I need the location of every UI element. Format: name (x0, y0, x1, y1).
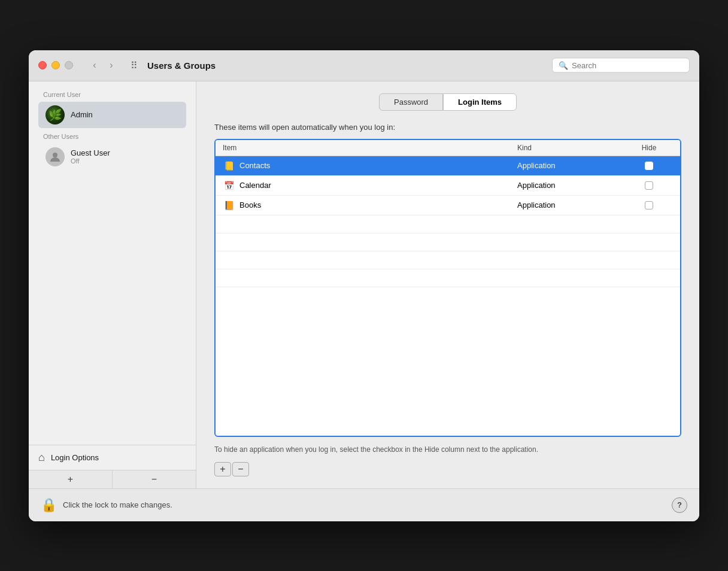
maximize-button[interactable] (65, 61, 73, 69)
col-hide: Hide (625, 144, 673, 152)
remove-item-button[interactable]: − (232, 462, 249, 476)
window-title: Users & Groups (147, 60, 216, 71)
search-bar: 🔍 (552, 58, 690, 73)
help-button[interactable]: ? (672, 497, 687, 513)
books-name: Books (239, 201, 261, 209)
titlebar: ‹ › ⠿ Users & Groups 🔍 (29, 50, 699, 81)
calendar-hide-checkbox[interactable] (645, 181, 653, 190)
table-row[interactable]: 📒 Contacts Application (216, 156, 680, 176)
sidebar-bottom: ⌂ Login Options + − (29, 445, 196, 488)
nav-buttons: ‹ › (87, 58, 119, 72)
add-user-button[interactable]: + (29, 470, 113, 488)
contacts-hide-cell (625, 162, 673, 170)
calendar-name: Calendar (239, 181, 271, 190)
lock-area[interactable]: 🔒 Click the lock to make changes. (41, 497, 172, 513)
table-row[interactable]: 📙 Books Application (216, 196, 680, 215)
login-options-label: Login Options (51, 453, 99, 462)
sidebar: Current User 🌿 Admin Other Users (29, 81, 196, 488)
main-content: Password Login Items These items will op… (196, 81, 699, 488)
books-icon: 📙 (223, 199, 235, 211)
other-users-label: Other Users (34, 133, 191, 144)
remove-user-button[interactable]: − (113, 470, 196, 488)
admin-name: Admin (71, 110, 93, 119)
table-header: Item Kind Hide (216, 140, 680, 156)
empty-row (216, 287, 680, 305)
contacts-icon: 📒 (223, 160, 235, 172)
bottom-actions: + − (214, 462, 681, 476)
items-table: Item Kind Hide 📒 Contacts Application (214, 139, 681, 437)
content-area: Current User 🌿 Admin Other Users (29, 81, 699, 488)
books-hide-checkbox[interactable] (645, 201, 653, 209)
calendar-icon: 📅 (223, 180, 235, 192)
row-item-cell: 📙 Books (223, 199, 517, 211)
search-input[interactable] (572, 61, 683, 70)
col-kind: Kind (517, 144, 625, 152)
main-window: ‹ › ⠿ Users & Groups 🔍 Current User 🌿 Ad… (29, 50, 699, 521)
guest-avatar (46, 147, 65, 166)
table-row[interactable]: 📅 Calendar Application (216, 176, 680, 196)
grid-icon: ⠿ (131, 60, 138, 71)
sidebar-actions: + − (29, 470, 196, 488)
forward-button[interactable]: › (104, 58, 119, 72)
back-button[interactable]: ‹ (87, 58, 102, 72)
minimize-button[interactable] (51, 61, 60, 69)
sidebar-item-admin[interactable]: 🌿 Admin (38, 102, 186, 128)
lock-icon: 🔒 (41, 497, 57, 513)
admin-avatar: 🌿 (46, 105, 65, 124)
row-item-cell: 📅 Calendar (223, 180, 517, 192)
login-options-item[interactable]: ⌂ Login Options (29, 445, 196, 470)
guest-name: Guest User (71, 148, 110, 157)
contacts-hide-checkbox[interactable] (645, 162, 653, 170)
books-kind: Application (517, 201, 625, 209)
empty-row (216, 251, 680, 269)
contacts-kind: Application (517, 161, 625, 170)
calendar-kind: Application (517, 181, 625, 190)
guest-info: Guest User Off (71, 148, 110, 165)
current-user-label: Current User (34, 91, 191, 102)
contacts-name: Contacts (239, 161, 270, 170)
empty-row (216, 269, 680, 287)
tab-password[interactable]: Password (379, 93, 443, 111)
window-footer: 🔒 Click the lock to make changes. ? (29, 488, 699, 521)
hint-text: To hide an application when you log in, … (214, 444, 681, 455)
row-item-cell: 📒 Contacts (223, 160, 517, 172)
books-hide-cell (625, 201, 673, 209)
col-item: Item (223, 144, 517, 152)
lock-text: Click the lock to make changes. (63, 500, 172, 509)
add-item-button[interactable]: + (214, 462, 231, 476)
close-button[interactable] (38, 61, 47, 69)
empty-row (216, 233, 680, 251)
sidebar-item-guest[interactable]: Guest User Off (38, 144, 186, 170)
tab-login-items[interactable]: Login Items (443, 93, 517, 111)
empty-row (216, 215, 680, 233)
search-icon: 🔍 (559, 61, 568, 70)
tab-bar: Password Login Items (214, 93, 681, 111)
guest-status: Off (71, 157, 110, 165)
calendar-hide-cell (625, 181, 673, 190)
description-text: These items will open automatically when… (214, 123, 681, 132)
svg-point-0 (53, 153, 57, 157)
house-icon: ⌂ (38, 451, 45, 464)
traffic-lights (38, 61, 73, 69)
